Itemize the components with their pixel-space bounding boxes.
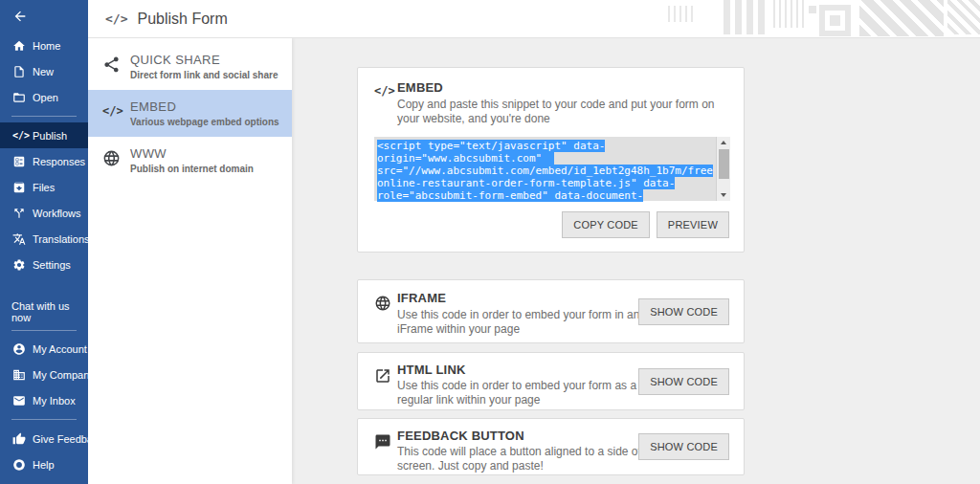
code-line: origin="www.abcsubmit.com" [377,152,713,165]
share-icon [102,55,121,74]
feedback-button-card: FEEDBACK BUTTON This code will place a b… [357,418,745,475]
option-subtitle: Publish on internet domain [130,164,282,174]
gear-icon [12,258,26,272]
embed-code-textarea[interactable]: <script type="text/javascript" data- ori… [374,137,730,201]
card-description: This code will place a button aligned to… [397,445,673,473]
iframe-card: IFRAME Use this code in order to embed y… [357,279,745,343]
code-icon: </> [105,11,127,26]
show-code-button[interactable]: SHOW CODE [638,433,729,460]
sidebar-item-settings[interactable]: Settings [0,252,88,277]
option-subtitle: Direct form link and social share [130,70,282,80]
sidebar-item-responses[interactable]: Responses [0,148,88,174]
building-icon [12,368,26,382]
sidebar: Home New Open </> Publish Responses File… [0,0,88,484]
code-icon: </> [374,84,391,101]
globe-icon [102,149,121,167]
sidebar-item-label: Publish [33,130,67,142]
sidebar-item-files[interactable]: Files [0,174,88,200]
option-www[interactable]: WWW Publish on internet domain [88,137,292,184]
show-code-button[interactable]: SHOW CODE [638,368,729,395]
code-icon: </> [12,130,26,141]
help-buoy-icon [12,458,26,472]
scroll-up-arrow-icon[interactable] [721,141,726,144]
sidebar-item-give-feedback[interactable]: Give Feedback [0,426,88,451]
person-icon [12,342,26,356]
code-line: role="abcsubmit-form-embed" data-documen… [377,189,713,202]
globe-icon [374,295,391,312]
header-decoration-equalizer [668,6,695,22]
sidebar-item-label: Workflows [33,208,81,219]
header-decoration-dot [809,6,816,13]
sidebar-item-label: Give Feedback [33,433,103,445]
code-line: <script type="text/javascript" data- [377,140,713,152]
sidebar-item-label: My Account [33,343,87,355]
embed-card: </> EMBED Copy and paste this snippet to… [357,67,745,253]
home-icon [12,39,26,53]
card-description: Use this code in order to embed your for… [397,379,673,407]
option-embed[interactable]: </> EMBED Various webpage embed options [88,90,292,137]
card-title: FEEDBACK BUTTON [397,429,524,443]
show-code-button[interactable]: SHOW CODE [638,298,729,325]
sidebar-item-label: Open [33,92,58,103]
app-window: </> Publish Form Home New Open </> [0,0,980,484]
main-content: </> EMBED Copy and paste this snippet to… [292,38,980,484]
code-icon: </> [102,104,121,122]
back-button[interactable] [0,0,88,33]
card-description: Copy and paste this snippet to your code… [397,98,736,126]
sidebar-item-my-company[interactable]: My Company [0,362,88,387]
sidebar-divider [11,330,77,331]
sidebar-item-label: Help [33,459,55,471]
archive-icon [12,181,26,194]
sidebar-item-my-account[interactable]: My Account [0,336,88,362]
card-description: Use this code in order to embed your for… [397,308,673,337]
arrow-back-icon [12,9,28,24]
sidebar-divider [11,419,77,420]
copy-code-button[interactable]: COPY CODE [562,211,650,238]
document-icon [12,65,26,78]
sidebar-divider [11,116,77,117]
header-decoration-barcode [773,0,806,28]
header-decoration-square [819,5,851,36]
sidebar-item-workflows[interactable]: Workflows [0,200,88,226]
code-line: online-restaurant-order-form-template.js… [377,177,713,189]
sidebar-item-label: My Inbox [33,395,76,407]
folder-open-icon [12,91,26,104]
workflow-icon [12,207,26,220]
option-subtitle: Various webpage embed options [130,117,282,127]
html-link-card: HTML LINK Use this code in order to embe… [357,352,745,410]
header-decoration-bars [724,0,769,34]
code-line: src="//www.abcsubmit.com/embed/id_1ebt2g… [377,165,713,177]
sidebar-item-label: Home [33,40,60,52]
preview-button[interactable]: PREVIEW [657,211,729,238]
page-title-text: Publish Form [137,11,227,28]
envelope-icon [12,394,26,407]
scroll-down-arrow-icon[interactable] [721,193,726,197]
thumb-up-icon [12,432,26,446]
sidebar-item-label: My Company [33,369,95,381]
scrollbar-thumb[interactable] [719,149,729,179]
chat-with-us-link[interactable]: Chat with us now [0,300,88,323]
option-title: WWW [130,146,282,161]
sidebar-item-label: New [33,66,54,77]
publish-options-panel: QUICK SHARE Direct form link and social … [88,38,292,484]
header-decoration-stripes [859,0,944,36]
comment-icon [374,433,391,451]
code-scrollbar[interactable] [716,137,730,201]
card-title: EMBED [397,80,443,95]
launch-icon [374,367,391,385]
sidebar-item-open[interactable]: Open [0,84,88,110]
option-quick-share[interactable]: QUICK SHARE Direct form link and social … [88,43,292,90]
sidebar-item-label: Settings [33,259,71,271]
sidebar-item-my-inbox[interactable]: My Inbox [0,387,88,413]
sidebar-item-home[interactable]: Home [0,33,88,58]
sidebar-item-publish[interactable]: </> Publish [0,122,88,148]
card-title: HTML LINK [397,363,466,377]
top-header: </> Publish Form [88,0,980,38]
sidebar-item-help[interactable]: Help [0,451,88,477]
sidebar-item-translations[interactable]: Translations [0,226,88,252]
ballot-icon [12,155,26,168]
sidebar-item-label: Responses [33,156,85,167]
sidebar-item-new[interactable]: New [0,58,88,84]
sidebar-item-label: Files [33,182,55,193]
option-title: EMBED [130,99,282,114]
